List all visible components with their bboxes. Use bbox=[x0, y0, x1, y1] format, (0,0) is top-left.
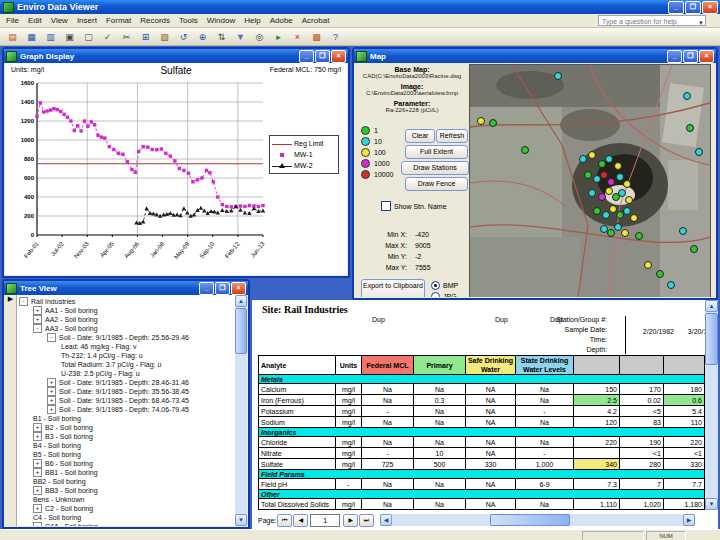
station-dot[interactable] bbox=[600, 171, 608, 179]
expand-icon[interactable]: + bbox=[33, 423, 42, 432]
tree-restore-button[interactable]: ❐ bbox=[215, 282, 230, 295]
cut-icon[interactable]: ✂ bbox=[118, 29, 135, 45]
tree-item[interactable]: B4 - Soil boring bbox=[17, 441, 234, 450]
find-icon[interactable]: ◎ bbox=[251, 29, 268, 45]
station-dot[interactable] bbox=[579, 155, 587, 163]
help-search-input[interactable]: Type a question for help ▼ bbox=[598, 15, 706, 26]
undo-icon[interactable]: ↺ bbox=[175, 29, 192, 45]
tree-item[interactable]: +C2 - Soil boring bbox=[17, 504, 234, 513]
expand-icon[interactable]: + bbox=[47, 405, 56, 414]
station-dot[interactable] bbox=[614, 162, 622, 170]
tree-item[interactable]: +Soil - Date: 9/1/1985 - Depth: 35.56-38… bbox=[17, 387, 234, 396]
new-record-icon[interactable]: ▸ bbox=[270, 29, 287, 45]
horizontal-scrollbar[interactable]: ◀ ▶ bbox=[380, 514, 695, 526]
tree-item[interactable]: C4 - Soil boring bbox=[17, 513, 234, 522]
radio-icon[interactable] bbox=[431, 292, 440, 297]
tree-item[interactable]: +AA2 - Soil boring bbox=[17, 315, 234, 324]
station-dot[interactable] bbox=[598, 193, 606, 201]
checkbox-icon[interactable] bbox=[381, 201, 391, 211]
station-dot[interactable] bbox=[489, 119, 497, 127]
expand-icon[interactable]: + bbox=[33, 486, 42, 495]
database-window-icon[interactable]: ▩ bbox=[308, 29, 325, 45]
scroll-down-icon[interactable]: ▼ bbox=[235, 514, 247, 526]
paste-icon[interactable]: ▨ bbox=[156, 29, 173, 45]
tree-item[interactable]: -AA3 - Soil boring bbox=[17, 324, 234, 333]
station-dot[interactable] bbox=[605, 187, 613, 195]
tree-item[interactable]: +B3 - Soil boring bbox=[17, 432, 234, 441]
tree-item[interactable]: U-238: 2.5 pCi/g - Flag: u bbox=[17, 369, 234, 378]
menu-item-tools[interactable]: Tools bbox=[179, 16, 198, 25]
tree-close-button[interactable]: × bbox=[231, 282, 246, 295]
menu-item-acrobat[interactable]: Acrobat bbox=[302, 16, 330, 25]
station-dot[interactable] bbox=[686, 124, 694, 132]
copy-icon[interactable]: ⊞ bbox=[137, 29, 154, 45]
station-dot[interactable] bbox=[623, 207, 631, 215]
menu-item-records[interactable]: Records bbox=[140, 16, 170, 25]
station-dot[interactable] bbox=[609, 205, 617, 213]
scroll-up-icon[interactable]: ▲ bbox=[235, 295, 247, 307]
station-dot[interactable] bbox=[607, 178, 615, 186]
draw-fence-button[interactable]: Draw Fence bbox=[405, 177, 468, 191]
scroll-right-icon[interactable]: ▶ bbox=[683, 514, 695, 526]
station-dot[interactable] bbox=[656, 270, 664, 278]
station-dot[interactable] bbox=[644, 261, 652, 269]
radio-jpg[interactable]: JPG bbox=[431, 291, 458, 297]
prev-page-button[interactable]: ◀ bbox=[293, 514, 308, 527]
graph-minimize-button[interactable]: _ bbox=[299, 50, 314, 63]
collapse-icon[interactable]: - bbox=[33, 324, 42, 333]
tree-minimize-button[interactable]: _ bbox=[199, 282, 214, 295]
collapse-icon[interactable]: - bbox=[47, 333, 56, 342]
tree-item[interactable]: +BB1 - Soil boring bbox=[17, 468, 234, 477]
next-page-button[interactable]: ▶ bbox=[343, 514, 358, 527]
station-dot[interactable] bbox=[625, 196, 633, 204]
save-icon[interactable]: ▦ bbox=[23, 29, 40, 45]
expand-icon[interactable]: + bbox=[47, 396, 56, 405]
expand-icon[interactable]: + bbox=[33, 432, 42, 441]
tree-item[interactable]: Total Radium: 3.7 pCi/g - Flag: u bbox=[17, 360, 234, 369]
scroll-left-icon[interactable]: ◀ bbox=[380, 514, 392, 526]
station-dot[interactable] bbox=[554, 72, 562, 80]
tree-item[interactable]: BB2 - Soil boring bbox=[17, 477, 234, 486]
sort-ascending-icon[interactable]: ⇅ bbox=[213, 29, 230, 45]
tree-item[interactable]: -Rail Industries bbox=[17, 297, 234, 306]
menu-item-format[interactable]: Format bbox=[106, 16, 131, 25]
radio-icon[interactable] bbox=[431, 281, 440, 290]
station-dot[interactable] bbox=[605, 155, 613, 163]
last-page-button[interactable]: ⏭ bbox=[359, 514, 374, 527]
tree-window-titlebar[interactable]: Tree View _ ❐ × bbox=[4, 281, 248, 295]
station-dot[interactable] bbox=[593, 207, 601, 215]
expand-icon[interactable]: + bbox=[47, 387, 56, 396]
hscroll-thumb[interactable] bbox=[490, 514, 570, 526]
expand-icon[interactable]: + bbox=[47, 378, 56, 387]
first-page-button[interactable]: ⏮ bbox=[277, 514, 292, 527]
expand-icon[interactable]: + bbox=[33, 504, 42, 513]
expand-icon[interactable]: + bbox=[33, 459, 42, 468]
map-close-button[interactable]: × bbox=[699, 50, 714, 63]
station-dot[interactable] bbox=[477, 117, 485, 125]
clear-button[interactable]: Clear bbox=[405, 129, 435, 143]
station-dot[interactable] bbox=[521, 146, 529, 154]
expand-icon[interactable]: + bbox=[33, 468, 42, 477]
graph-close-button[interactable]: × bbox=[331, 50, 346, 63]
map-minimize-button[interactable]: _ bbox=[667, 50, 682, 63]
tree-item[interactable]: +Soil - Date: 9/1/1985 - Depth: 28.46-31… bbox=[17, 378, 234, 387]
graph-restore-button[interactable]: ❐ bbox=[315, 50, 330, 63]
minimize-button[interactable]: _ bbox=[668, 1, 684, 14]
draw-stations-button[interactable]: Draw Stations bbox=[401, 161, 469, 175]
table-scroll-down-icon[interactable]: ▼ bbox=[705, 498, 718, 510]
map-restore-button[interactable]: ❐ bbox=[683, 50, 698, 63]
tree-item[interactable]: Lead: 46 mg/kg - Flag: v bbox=[17, 342, 234, 351]
tree-item[interactable]: Bens - Unknown bbox=[17, 495, 234, 504]
station-dot[interactable] bbox=[614, 223, 622, 231]
station-dot[interactable] bbox=[679, 227, 687, 235]
menu-item-adobe[interactable]: Adobe bbox=[270, 16, 293, 25]
map-window-titlebar[interactable]: Map _ ❐ × bbox=[354, 49, 716, 63]
tree-item[interactable]: -Soil - Date: 9/1/1985 - Depth: 25.56-29… bbox=[17, 333, 234, 342]
expand-icon[interactable]: + bbox=[33, 522, 42, 526]
hyperlink-icon[interactable]: ⊕ bbox=[194, 29, 211, 45]
tree-item[interactable]: B1 - Soil boring bbox=[17, 414, 234, 423]
delete-record-icon[interactable]: × bbox=[289, 29, 306, 45]
tree-item[interactable]: +B2 - Soil boring bbox=[17, 423, 234, 432]
menu-item-help[interactable]: Help bbox=[244, 16, 260, 25]
tree-item[interactable]: +Soil - Date: 9/1/1985 - Depth: 74.06-79… bbox=[17, 405, 234, 414]
